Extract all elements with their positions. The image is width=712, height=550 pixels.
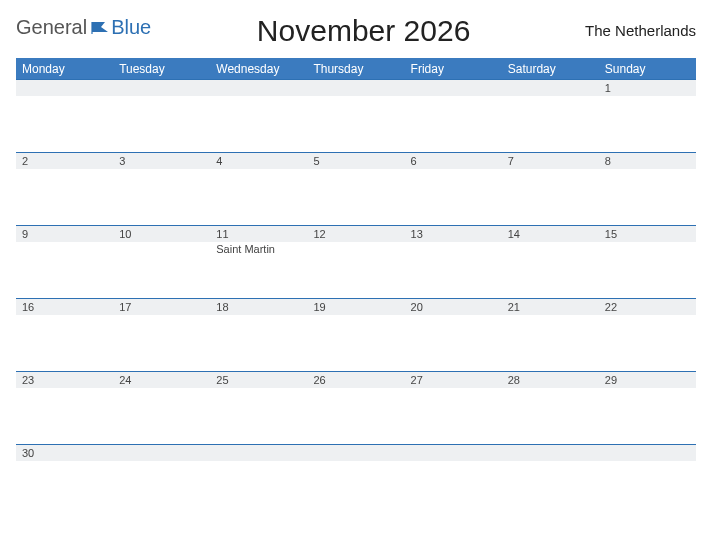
day-body bbox=[307, 315, 404, 371]
day-body: Saint Martin bbox=[210, 242, 307, 298]
date-row: 30 bbox=[16, 444, 696, 461]
date-cell bbox=[405, 80, 502, 96]
date-cell: 25 bbox=[210, 372, 307, 388]
date-cell bbox=[502, 445, 599, 461]
day-header: Saturday bbox=[502, 59, 599, 79]
date-cell: 28 bbox=[502, 372, 599, 388]
week-body: Saint Martin bbox=[16, 242, 696, 298]
date-row: 9 10 11 12 13 14 15 bbox=[16, 225, 696, 242]
date-cell: 21 bbox=[502, 299, 599, 315]
event-label: Saint Martin bbox=[216, 243, 275, 255]
date-cell: 8 bbox=[599, 153, 696, 169]
date-cell: 24 bbox=[113, 372, 210, 388]
date-cell: 6 bbox=[405, 153, 502, 169]
day-body bbox=[210, 96, 307, 152]
day-header: Sunday bbox=[599, 59, 696, 79]
week-body bbox=[16, 96, 696, 152]
day-body bbox=[307, 169, 404, 225]
day-header: Friday bbox=[405, 59, 502, 79]
header: General Blue November 2026 The Netherlan… bbox=[16, 12, 696, 48]
date-cell: 20 bbox=[405, 299, 502, 315]
logo: General Blue bbox=[16, 16, 151, 39]
date-cell: 26 bbox=[307, 372, 404, 388]
day-body bbox=[502, 388, 599, 444]
logo-text-general: General bbox=[16, 16, 87, 39]
day-body bbox=[502, 169, 599, 225]
date-cell: 3 bbox=[113, 153, 210, 169]
day-body bbox=[599, 461, 696, 517]
day-body bbox=[502, 461, 599, 517]
date-cell: 18 bbox=[210, 299, 307, 315]
day-body bbox=[405, 461, 502, 517]
date-cell: 9 bbox=[16, 226, 113, 242]
day-body bbox=[405, 242, 502, 298]
day-body bbox=[405, 169, 502, 225]
day-header: Tuesday bbox=[113, 59, 210, 79]
day-body bbox=[16, 96, 113, 152]
day-body bbox=[16, 315, 113, 371]
day-header-row: Monday Tuesday Wednesday Thursday Friday… bbox=[16, 58, 696, 79]
day-body bbox=[307, 96, 404, 152]
country-label: The Netherlands bbox=[576, 22, 696, 39]
week-body bbox=[16, 461, 696, 517]
date-cell: 23 bbox=[16, 372, 113, 388]
date-cell: 10 bbox=[113, 226, 210, 242]
day-body bbox=[599, 169, 696, 225]
date-cell: 14 bbox=[502, 226, 599, 242]
date-cell: 7 bbox=[502, 153, 599, 169]
day-body bbox=[113, 315, 210, 371]
week-body bbox=[16, 169, 696, 225]
day-body bbox=[405, 315, 502, 371]
date-cell bbox=[113, 80, 210, 96]
date-cell: 19 bbox=[307, 299, 404, 315]
day-body bbox=[502, 242, 599, 298]
date-cell bbox=[599, 445, 696, 461]
day-body bbox=[113, 169, 210, 225]
date-cell: 17 bbox=[113, 299, 210, 315]
date-cell: 5 bbox=[307, 153, 404, 169]
day-body bbox=[502, 315, 599, 371]
week-body bbox=[16, 315, 696, 371]
date-row: 23 24 25 26 27 28 29 bbox=[16, 371, 696, 388]
date-cell: 1 bbox=[599, 80, 696, 96]
day-body bbox=[210, 315, 307, 371]
day-body bbox=[599, 315, 696, 371]
day-body bbox=[113, 96, 210, 152]
date-cell bbox=[210, 80, 307, 96]
day-body bbox=[599, 242, 696, 298]
day-body bbox=[307, 461, 404, 517]
day-body bbox=[210, 461, 307, 517]
date-cell bbox=[307, 445, 404, 461]
calendar: Monday Tuesday Wednesday Thursday Friday… bbox=[16, 58, 696, 517]
date-cell: 16 bbox=[16, 299, 113, 315]
date-cell bbox=[307, 80, 404, 96]
date-cell: 12 bbox=[307, 226, 404, 242]
date-cell bbox=[502, 80, 599, 96]
week-body bbox=[16, 388, 696, 444]
day-body bbox=[16, 169, 113, 225]
date-cell: 27 bbox=[405, 372, 502, 388]
day-header: Monday bbox=[16, 59, 113, 79]
date-cell bbox=[113, 445, 210, 461]
day-header: Thursday bbox=[307, 59, 404, 79]
date-cell: 4 bbox=[210, 153, 307, 169]
day-body bbox=[16, 242, 113, 298]
logo-text-blue: Blue bbox=[111, 16, 151, 39]
day-body bbox=[16, 461, 113, 517]
date-cell: 30 bbox=[16, 445, 113, 461]
date-cell bbox=[210, 445, 307, 461]
day-body bbox=[307, 242, 404, 298]
day-body bbox=[16, 388, 113, 444]
page-title: November 2026 bbox=[151, 14, 576, 48]
day-body bbox=[599, 96, 696, 152]
date-row: 16 17 18 19 20 21 22 bbox=[16, 298, 696, 315]
date-cell: 22 bbox=[599, 299, 696, 315]
day-body bbox=[405, 96, 502, 152]
day-body bbox=[405, 388, 502, 444]
day-body bbox=[307, 388, 404, 444]
day-body bbox=[113, 388, 210, 444]
day-body bbox=[113, 461, 210, 517]
date-cell bbox=[405, 445, 502, 461]
day-body bbox=[210, 169, 307, 225]
date-cell bbox=[16, 80, 113, 96]
